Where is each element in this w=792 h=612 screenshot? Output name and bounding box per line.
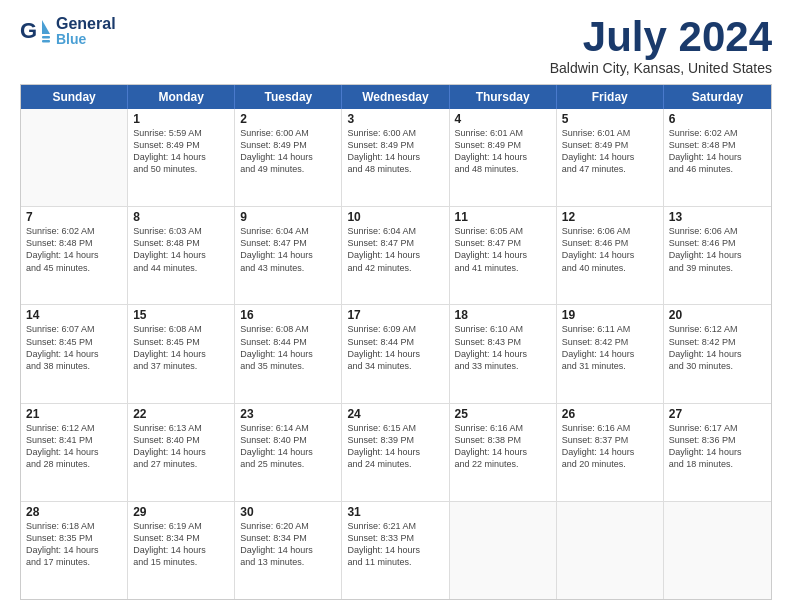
logo-general-text: General <box>56 16 116 32</box>
sunrise-line: Sunrise: 6:00 AM <box>240 127 336 139</box>
daylight-line: Daylight: 14 hours <box>26 348 122 360</box>
calendar-cell-4-4 <box>450 502 557 599</box>
day-number: 1 <box>133 112 229 126</box>
calendar-cell-3-5: 26Sunrise: 6:16 AMSunset: 8:37 PMDayligh… <box>557 404 664 501</box>
day-number: 12 <box>562 210 658 224</box>
minutes-line: and 44 minutes. <box>133 262 229 274</box>
header-saturday: Saturday <box>664 85 771 109</box>
sunset-line: Sunset: 8:49 PM <box>455 139 551 151</box>
day-number: 15 <box>133 308 229 322</box>
sunrise-line: Sunrise: 6:08 AM <box>240 323 336 335</box>
daylight-line: Daylight: 14 hours <box>562 249 658 261</box>
sunrise-line: Sunrise: 6:21 AM <box>347 520 443 532</box>
minutes-line: and 43 minutes. <box>240 262 336 274</box>
daylight-line: Daylight: 14 hours <box>562 446 658 458</box>
calendar-cell-4-5 <box>557 502 664 599</box>
sunset-line: Sunset: 8:34 PM <box>240 532 336 544</box>
daylight-line: Daylight: 14 hours <box>669 446 766 458</box>
calendar-cell-2-5: 19Sunrise: 6:11 AMSunset: 8:42 PMDayligh… <box>557 305 664 402</box>
sunrise-line: Sunrise: 6:09 AM <box>347 323 443 335</box>
day-number: 20 <box>669 308 766 322</box>
svg-rect-3 <box>42 40 50 43</box>
sunset-line: Sunset: 8:49 PM <box>347 139 443 151</box>
daylight-line: Daylight: 14 hours <box>26 249 122 261</box>
day-number: 7 <box>26 210 122 224</box>
calendar-row-4: 28Sunrise: 6:18 AMSunset: 8:35 PMDayligh… <box>21 502 771 599</box>
day-number: 24 <box>347 407 443 421</box>
calendar-row-3: 21Sunrise: 6:12 AMSunset: 8:41 PMDayligh… <box>21 404 771 502</box>
calendar-cell-4-1: 29Sunrise: 6:19 AMSunset: 8:34 PMDayligh… <box>128 502 235 599</box>
location: Baldwin City, Kansas, United States <box>550 60 772 76</box>
calendar-cell-4-3: 31Sunrise: 6:21 AMSunset: 8:33 PMDayligh… <box>342 502 449 599</box>
sunset-line: Sunset: 8:34 PM <box>133 532 229 544</box>
calendar-cell-3-2: 23Sunrise: 6:14 AMSunset: 8:40 PMDayligh… <box>235 404 342 501</box>
calendar-cell-0-4: 4Sunrise: 6:01 AMSunset: 8:49 PMDaylight… <box>450 109 557 206</box>
minutes-line: and 50 minutes. <box>133 163 229 175</box>
minutes-line: and 28 minutes. <box>26 458 122 470</box>
day-number: 26 <box>562 407 658 421</box>
calendar-cell-3-1: 22Sunrise: 6:13 AMSunset: 8:40 PMDayligh… <box>128 404 235 501</box>
calendar-cell-4-6 <box>664 502 771 599</box>
sunset-line: Sunset: 8:47 PM <box>347 237 443 249</box>
sunset-line: Sunset: 8:45 PM <box>133 336 229 348</box>
calendar-body: 1Sunrise: 5:59 AMSunset: 8:49 PMDaylight… <box>21 109 771 599</box>
sunrise-line: Sunrise: 6:07 AM <box>26 323 122 335</box>
minutes-line: and 17 minutes. <box>26 556 122 568</box>
daylight-line: Daylight: 14 hours <box>133 348 229 360</box>
minutes-line: and 20 minutes. <box>562 458 658 470</box>
sunrise-line: Sunrise: 6:17 AM <box>669 422 766 434</box>
sunset-line: Sunset: 8:42 PM <box>669 336 766 348</box>
sunrise-line: Sunrise: 6:16 AM <box>562 422 658 434</box>
sunset-line: Sunset: 8:40 PM <box>133 434 229 446</box>
calendar-header: Sunday Monday Tuesday Wednesday Thursday… <box>21 85 771 109</box>
daylight-line: Daylight: 14 hours <box>562 348 658 360</box>
day-number: 14 <box>26 308 122 322</box>
sunrise-line: Sunrise: 6:06 AM <box>562 225 658 237</box>
calendar-cell-1-0: 7Sunrise: 6:02 AMSunset: 8:48 PMDaylight… <box>21 207 128 304</box>
daylight-line: Daylight: 14 hours <box>347 249 443 261</box>
daylight-line: Daylight: 14 hours <box>133 249 229 261</box>
minutes-line: and 48 minutes. <box>455 163 551 175</box>
minutes-line: and 40 minutes. <box>562 262 658 274</box>
minutes-line: and 38 minutes. <box>26 360 122 372</box>
daylight-line: Daylight: 14 hours <box>133 446 229 458</box>
sunset-line: Sunset: 8:48 PM <box>133 237 229 249</box>
page: G General Blue July 2024 Baldwin City, K… <box>0 0 792 612</box>
sunset-line: Sunset: 8:45 PM <box>26 336 122 348</box>
calendar-cell-0-1: 1Sunrise: 5:59 AMSunset: 8:49 PMDaylight… <box>128 109 235 206</box>
sunrise-line: Sunrise: 6:08 AM <box>133 323 229 335</box>
svg-rect-2 <box>42 36 50 39</box>
minutes-line: and 37 minutes. <box>133 360 229 372</box>
calendar-cell-1-2: 9Sunrise: 6:04 AMSunset: 8:47 PMDaylight… <box>235 207 342 304</box>
sunset-line: Sunset: 8:35 PM <box>26 532 122 544</box>
sunset-line: Sunset: 8:43 PM <box>455 336 551 348</box>
minutes-line: and 41 minutes. <box>455 262 551 274</box>
minutes-line: and 47 minutes. <box>562 163 658 175</box>
sunset-line: Sunset: 8:49 PM <box>240 139 336 151</box>
sunrise-line: Sunrise: 6:05 AM <box>455 225 551 237</box>
calendar-row-2: 14Sunrise: 6:07 AMSunset: 8:45 PMDayligh… <box>21 305 771 403</box>
minutes-line: and 33 minutes. <box>455 360 551 372</box>
calendar-cell-1-3: 10Sunrise: 6:04 AMSunset: 8:47 PMDayligh… <box>342 207 449 304</box>
calendar-cell-0-2: 2Sunrise: 6:00 AMSunset: 8:49 PMDaylight… <box>235 109 342 206</box>
header: G General Blue July 2024 Baldwin City, K… <box>20 16 772 76</box>
sunrise-line: Sunrise: 6:10 AM <box>455 323 551 335</box>
header-friday: Friday <box>557 85 664 109</box>
minutes-line: and 34 minutes. <box>347 360 443 372</box>
calendar-cell-3-6: 27Sunrise: 6:17 AMSunset: 8:36 PMDayligh… <box>664 404 771 501</box>
sunrise-line: Sunrise: 6:01 AM <box>455 127 551 139</box>
minutes-line: and 30 minutes. <box>669 360 766 372</box>
minutes-line: and 31 minutes. <box>562 360 658 372</box>
calendar-cell-3-4: 25Sunrise: 6:16 AMSunset: 8:38 PMDayligh… <box>450 404 557 501</box>
calendar: Sunday Monday Tuesday Wednesday Thursday… <box>20 84 772 600</box>
day-number: 29 <box>133 505 229 519</box>
calendar-cell-4-0: 28Sunrise: 6:18 AMSunset: 8:35 PMDayligh… <box>21 502 128 599</box>
minutes-line: and 24 minutes. <box>347 458 443 470</box>
header-wednesday: Wednesday <box>342 85 449 109</box>
sunset-line: Sunset: 8:39 PM <box>347 434 443 446</box>
calendar-cell-1-1: 8Sunrise: 6:03 AMSunset: 8:48 PMDaylight… <box>128 207 235 304</box>
minutes-line: and 13 minutes. <box>240 556 336 568</box>
logo-blue-text: Blue <box>56 32 116 46</box>
sunrise-line: Sunrise: 6:02 AM <box>26 225 122 237</box>
sunrise-line: Sunrise: 6:18 AM <box>26 520 122 532</box>
